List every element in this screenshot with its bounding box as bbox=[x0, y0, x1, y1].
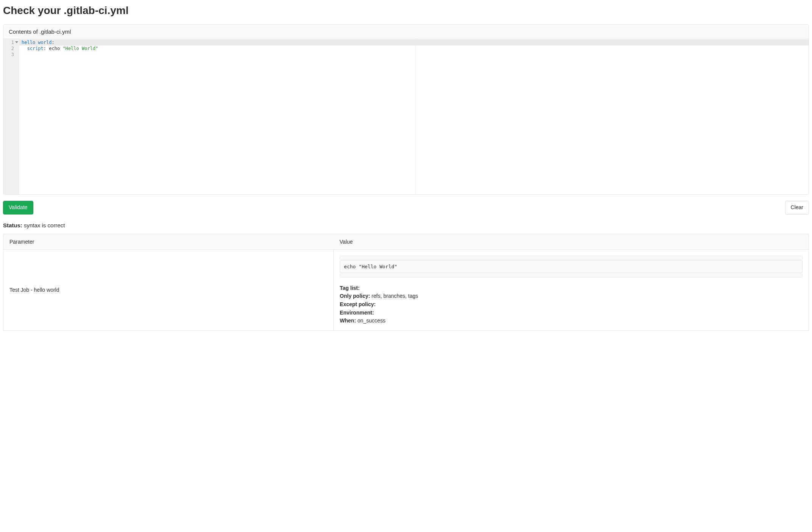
editor-right-pane bbox=[415, 39, 809, 194]
editor-gutter: 123 bbox=[3, 39, 19, 194]
line-number: 3 bbox=[3, 52, 19, 58]
editor-header: Contents of .gitlab-ci.yml bbox=[3, 25, 809, 39]
line-number: 2 bbox=[3, 45, 19, 52]
page-title: Check your .gitlab-ci.yml bbox=[3, 5, 809, 17]
parameter-cell: Test Job - hello world bbox=[3, 249, 334, 330]
code-line[interactable]: script: echo "Hello World" bbox=[22, 45, 415, 52]
validate-button[interactable]: Validate bbox=[3, 201, 33, 214]
col-parameter: Parameter bbox=[3, 234, 334, 249]
code-area[interactable]: hello world: script: echo "Hello World" bbox=[19, 39, 415, 194]
only-policy-label: Only policy: bbox=[340, 293, 370, 299]
col-value: Value bbox=[334, 234, 809, 249]
meta-block: Tag list: Only policy: refs, branches, t… bbox=[340, 284, 803, 325]
results-table: Parameter Value Test Job - hello world e… bbox=[3, 234, 809, 331]
except-policy-label: Except policy: bbox=[340, 301, 376, 307]
line-number: 1 bbox=[3, 39, 19, 45]
script-block bbox=[340, 274, 803, 277]
environment-label: Environment: bbox=[340, 310, 374, 316]
table-row: Test Job - hello world echo "Hello World… bbox=[3, 249, 809, 330]
actions-row: Validate Clear bbox=[3, 201, 809, 214]
editor-panel: Contents of .gitlab-ci.yml 123 hello wor… bbox=[3, 24, 809, 195]
tag-list-label: Tag list: bbox=[340, 285, 360, 291]
code-line[interactable]: hello world: bbox=[19, 39, 809, 45]
status-line: Status: syntax is correct bbox=[3, 222, 809, 228]
when-label: When: bbox=[340, 318, 356, 324]
when-value: on_success bbox=[358, 318, 386, 324]
status-label: Status: bbox=[3, 222, 22, 228]
script-block: echo "Hello World" bbox=[340, 260, 803, 273]
code-line[interactable] bbox=[22, 52, 415, 58]
clear-button[interactable]: Clear bbox=[785, 201, 809, 214]
only-policy-value: refs, branches, tags bbox=[372, 293, 418, 299]
value-cell: echo "Hello World" Tag list: Only policy… bbox=[334, 249, 809, 330]
status-value: syntax is correct bbox=[24, 222, 65, 228]
script-block bbox=[340, 256, 803, 260]
code-editor[interactable]: 123 hello world: script: echo "Hello Wor… bbox=[3, 39, 809, 194]
